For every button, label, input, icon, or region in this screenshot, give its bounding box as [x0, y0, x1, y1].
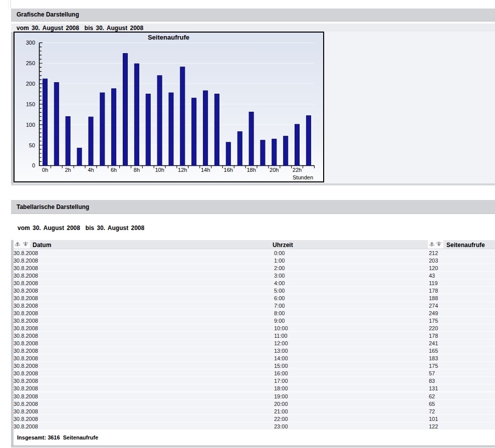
svg-text:Seitenaufrufe: Seitenaufrufe — [148, 34, 189, 41]
svg-text:22h: 22h — [293, 167, 302, 173]
svg-text:2h: 2h — [65, 167, 71, 173]
svg-text:10h: 10h — [155, 167, 164, 173]
svg-text:0h: 0h — [42, 167, 48, 173]
svg-text:50: 50 — [29, 142, 35, 148]
svg-text:4h: 4h — [88, 167, 94, 173]
svg-text:6h: 6h — [111, 167, 117, 173]
svg-text:8h: 8h — [134, 167, 140, 173]
svg-text:Stunden: Stunden — [293, 174, 313, 180]
svg-text:20h: 20h — [270, 167, 279, 173]
svg-text:200: 200 — [26, 81, 35, 87]
svg-text:100: 100 — [26, 122, 35, 128]
svg-text:18h: 18h — [246, 167, 256, 173]
svg-text:300: 300 — [26, 40, 35, 46]
svg-text:0: 0 — [32, 162, 35, 168]
svg-text:150: 150 — [26, 101, 35, 107]
svg-text:16h: 16h — [224, 167, 233, 173]
svg-text:12h: 12h — [178, 167, 187, 173]
svg-text:250: 250 — [26, 60, 35, 66]
svg-text:14h: 14h — [201, 167, 210, 173]
